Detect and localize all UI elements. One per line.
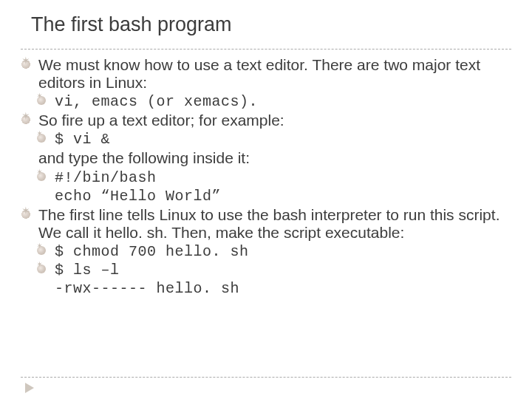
slide: The first bash program We must know how … — [0, 0, 532, 399]
slide-arrow-icon — [25, 383, 34, 393]
bullet-2-text: So fire up a text editor; for example: — [38, 112, 284, 129]
bullet-2-sub-2b: echo “Hello World” — [55, 188, 511, 205]
slide-body: We must know how to use a text editor. T… — [21, 56, 511, 299]
bullet-3: The first line tells Linux to use the ba… — [21, 206, 511, 242]
bullet-2: So fire up a text editor; for example: — [21, 112, 511, 129]
bullet-3-sub-2: $ ls –l — [37, 262, 511, 279]
slide-title: The first bash program — [31, 13, 232, 36]
bullet-3-sub-1: $ chmod 700 hello. sh — [37, 243, 511, 260]
bullet-2-sub-2a: #!/bin/bash — [37, 169, 511, 186]
bullet-1-sub-1: vi, emacs (or xemacs). — [37, 93, 511, 110]
bullet-3-sub-3: -rwx------ hello. sh — [55, 280, 511, 297]
bullet-3-text: The first line tells Linux to use the ba… — [38, 206, 499, 241]
bullet-2-sub-1: $ vi & — [37, 131, 511, 148]
bullet-1-text: We must know how to use a text editor. T… — [38, 56, 480, 91]
bullet-2-continuation: and type the following inside it: — [38, 149, 511, 167]
divider-top — [21, 49, 511, 50]
divider-bottom — [21, 377, 511, 378]
bullet-1: We must know how to use a text editor. T… — [21, 56, 511, 92]
